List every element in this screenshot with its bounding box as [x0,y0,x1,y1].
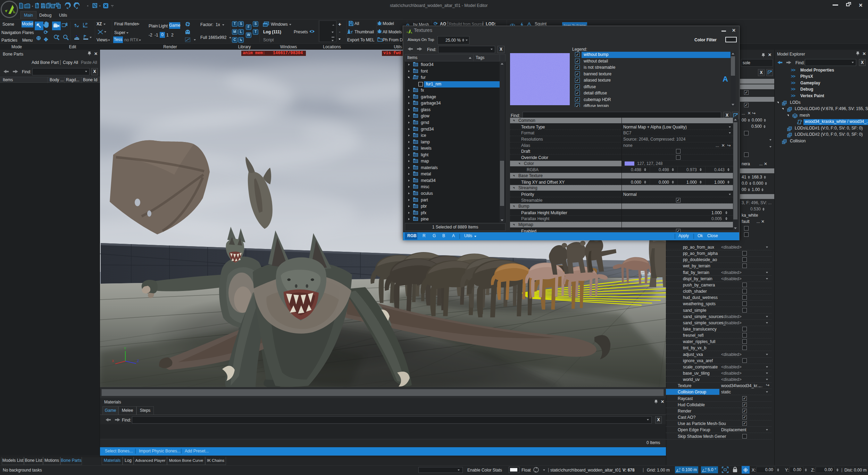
svg-text:?: ? [705,468,707,471]
svg-text:P: P [85,23,87,26]
svg-text:?: ? [679,468,681,471]
